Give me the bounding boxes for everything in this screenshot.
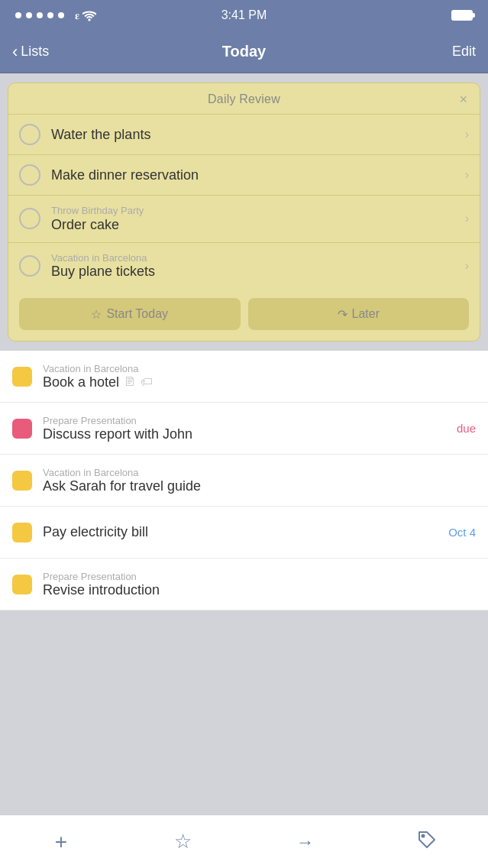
task-name: Ask Sarah for travel guide xyxy=(43,478,201,494)
list-item[interactable]: Prepare Presentation Revise introduction xyxy=(0,559,488,611)
daily-review-card: Daily Review × Water the plants › Make d… xyxy=(8,83,480,342)
review-item-2[interactable]: Make dinner reservation › xyxy=(8,154,480,195)
review-item-3[interactable]: Throw Birthday Party Order cake › xyxy=(8,195,480,242)
signal-dots xyxy=(15,12,64,18)
review-buttons: ☆ Start Today ↷ Later xyxy=(8,289,480,330)
later-label: Later xyxy=(352,307,380,321)
task-list: Vacation in Barcelona Book a hotel 🖹 🏷 P… xyxy=(0,351,488,611)
back-chevron-icon: ‹ xyxy=(12,42,18,62)
tag-icon: 🏷 xyxy=(141,375,153,389)
star-icon: ☆ xyxy=(91,307,102,322)
list-item[interactable]: Vacation in Barcelona Ask Sarah for trav… xyxy=(0,455,488,507)
task-color-indicator xyxy=(12,419,32,439)
task-list-name: Throw Birthday Party xyxy=(51,205,459,217)
task-name: Water the plants xyxy=(51,127,459,143)
tab-bar: + ☆ → xyxy=(0,815,488,868)
start-today-button[interactable]: ☆ Start Today xyxy=(19,298,241,330)
page-title: Today xyxy=(222,43,266,60)
edit-button[interactable]: Edit xyxy=(452,44,476,60)
forward-icon: → xyxy=(296,831,314,853)
chevron-right-icon: › xyxy=(465,128,469,141)
task-name: Revise introduction xyxy=(43,582,160,598)
status-bar: 𝛆 3:41 PM xyxy=(0,0,488,31)
add-icon: + xyxy=(55,830,67,854)
later-button[interactable]: ↷ Later xyxy=(248,298,470,330)
chevron-right-icon: › xyxy=(465,168,469,182)
status-time: 3:41 PM xyxy=(221,8,267,22)
list-item[interactable]: Vacation in Barcelona Book a hotel 🖹 🏷 xyxy=(0,351,488,403)
due-badge: due xyxy=(457,422,476,435)
task-list-name: Vacation in Barcelona xyxy=(43,363,476,374)
task-color-indicator xyxy=(12,523,32,542)
chevron-right-icon: › xyxy=(465,259,469,273)
task-name: Order cake xyxy=(51,217,459,233)
task-checkbox[interactable] xyxy=(19,208,40,229)
task-list-name: Vacation in Barcelona xyxy=(51,252,459,264)
task-name: Book a hotel xyxy=(43,374,119,390)
task-checkbox[interactable] xyxy=(19,164,40,186)
battery-icon xyxy=(451,10,473,21)
task-name: Discuss report with John xyxy=(43,426,192,442)
back-button[interactable]: ‹ Lists xyxy=(12,42,49,62)
tab-add[interactable]: + xyxy=(0,815,122,868)
tab-tag[interactable] xyxy=(366,815,488,868)
wifi-icon: 𝛆 xyxy=(75,9,96,22)
close-icon[interactable]: × xyxy=(459,92,467,106)
note-icon: 🖹 xyxy=(124,375,136,389)
nav-bar: ‹ Lists Today Edit xyxy=(0,31,488,73)
daily-review-header: Daily Review × xyxy=(8,83,480,114)
tag-icon xyxy=(416,829,438,855)
list-item[interactable]: Prepare Presentation Discuss report with… xyxy=(0,403,488,455)
bottom-spacer xyxy=(0,611,488,656)
start-today-label: Start Today xyxy=(106,307,168,321)
task-color-indicator xyxy=(12,367,32,387)
svg-point-0 xyxy=(422,834,425,837)
task-list-name: Vacation in Barcelona xyxy=(43,467,476,478)
due-date: Oct 4 xyxy=(448,526,476,539)
review-item-4[interactable]: Vacation in Barcelona Buy plane tickets … xyxy=(8,242,480,290)
star-icon: ☆ xyxy=(174,830,192,853)
daily-review-title: Daily Review xyxy=(208,92,280,106)
task-checkbox[interactable] xyxy=(19,124,40,145)
task-name: Make dinner reservation xyxy=(51,167,459,183)
tab-star[interactable]: ☆ xyxy=(122,815,244,868)
task-list-name: Prepare Presentation xyxy=(43,415,457,426)
review-item-1[interactable]: Water the plants › xyxy=(8,114,480,154)
back-label[interactable]: Lists xyxy=(21,44,49,60)
task-checkbox[interactable] xyxy=(19,255,40,277)
task-color-indicator xyxy=(12,471,32,491)
task-list-name: Prepare Presentation xyxy=(43,571,476,582)
chevron-right-icon: › xyxy=(465,212,469,225)
forward-icon: ↷ xyxy=(338,307,347,322)
list-item[interactable]: Pay electricity bill Oct 4 xyxy=(0,507,488,559)
task-color-indicator xyxy=(12,575,32,594)
task-name: Pay electricity bill xyxy=(43,524,148,539)
task-name: Buy plane tickets xyxy=(51,264,459,280)
tab-forward[interactable]: → xyxy=(244,815,367,868)
